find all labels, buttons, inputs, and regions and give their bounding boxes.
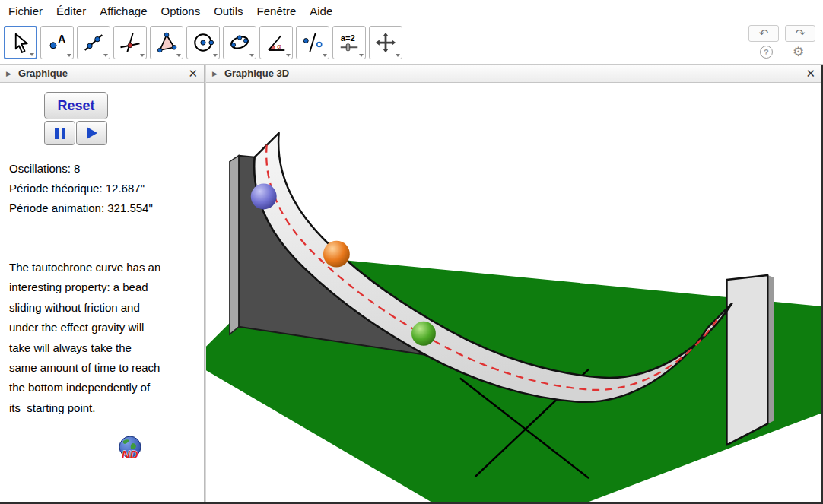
description-line: same amount of time to reach [9, 358, 160, 378]
polygon-icon [155, 31, 178, 54]
menu-item-fichier[interactable]: Fichier [2, 2, 49, 20]
graphique-3d-body [206, 83, 821, 502]
graphique-3d-panel-header: ▶ Graphique 3D ✕ [206, 65, 821, 83]
move-view-icon [374, 31, 397, 54]
tool-move-graphics-view[interactable] [369, 26, 402, 59]
reset-button[interactable]: Reset [44, 92, 108, 119]
dropdown-arrow-icon [140, 54, 145, 57]
tool-polygon[interactable] [150, 26, 183, 59]
dropdown-arrow-icon [286, 54, 291, 57]
description-line: The tautochrone curve has an [9, 258, 160, 277]
dropdown-arrow-icon [213, 54, 218, 57]
tool-slider[interactable]: a=2 [332, 26, 366, 59]
dropdown-arrow-icon [67, 54, 71, 57]
graphique-canvas[interactable]: Reset Oscillations: 8 Période théorique:… [0, 83, 204, 502]
close-graphique-panel-button[interactable]: ✕ [188, 67, 198, 81]
description-line: take will always take the [9, 338, 160, 358]
view-panels: ▶ Graphique ✕ Reset Oscillations: 8 Péri… [0, 65, 823, 504]
perpendicular-line-icon [119, 31, 141, 54]
description-line: its starting point. [9, 398, 160, 418]
simulation-stats: Oscillations: 8 Période théorique: 12.68… [9, 159, 153, 218]
bead-blue[interactable] [251, 184, 277, 210]
close-graphique-3d-panel-button[interactable]: ✕ [806, 67, 815, 81]
theoretical-period-text: Période théorique: 12.687" [9, 179, 153, 198]
help-icon[interactable]: ? [760, 46, 773, 59]
description-line: interesting property: a bead [9, 277, 160, 297]
collapse-arrow-icon[interactable]: ▶ [6, 70, 11, 78]
move-cursor-icon [9, 31, 32, 54]
dropdown-arrow-icon [30, 53, 34, 56]
ramp-side-wall-edge [230, 156, 239, 334]
menu-item-fenetre[interactable]: Fenêtre [250, 2, 303, 20]
svg-text:a=2: a=2 [341, 33, 355, 43]
svg-text:ND: ND [122, 448, 138, 461]
svg-text:A: A [58, 33, 65, 45]
dropdown-arrow-icon [103, 54, 108, 57]
bead-orange[interactable] [323, 241, 350, 268]
point-icon: A [46, 31, 68, 54]
dropdown-arrow-icon [359, 54, 364, 57]
svg-text:α: α [277, 43, 281, 50]
geogebra-window: Fichier Éditer Affichage Options Outils … [0, 0, 823, 504]
graphique-3d-panel-title: Graphique 3D [224, 68, 289, 79]
pause-button[interactable] [44, 121, 75, 145]
play-button[interactable] [76, 121, 107, 145]
slider-icon: a=2 [338, 31, 361, 54]
menu-item-affichage[interactable]: Affichage [93, 2, 154, 20]
play-icon [87, 127, 97, 139]
graphique-panel-header: ▶ Graphique ✕ [0, 65, 204, 83]
tool-line[interactable] [77, 26, 110, 59]
circle-icon [192, 31, 214, 54]
tool-conic[interactable] [223, 26, 256, 59]
line-icon [82, 31, 105, 54]
bead-green[interactable] [412, 322, 436, 346]
undo-button[interactable]: ↶ [748, 25, 779, 42]
description-text: The tautochrone curve has an interesting… [9, 258, 160, 418]
oscillations-text: Oscillations: 8 [9, 159, 153, 179]
redo-button[interactable]: ↷ [785, 25, 815, 42]
description-line: the bottom independently of [9, 378, 160, 398]
right-end-wall [726, 275, 767, 445]
ellipse-icon [228, 31, 251, 54]
description-line: sliding without friction and [9, 298, 160, 318]
toolbar: A [0, 21, 823, 65]
dropdown-arrow-icon [249, 54, 254, 57]
graphique-3d-panel: ▶ Graphique 3D ✕ [206, 65, 823, 502]
menu-item-editer[interactable]: Éditer [49, 2, 93, 20]
graphics-3d-canvas[interactable] [206, 83, 821, 502]
tool-circle[interactable] [186, 26, 220, 59]
nd-globe-logo: ND [116, 434, 145, 463]
menu-item-aide[interactable]: Aide [303, 2, 339, 20]
menu-bar: Fichier Éditer Affichage Options Outils … [0, 0, 823, 21]
tool-move[interactable] [4, 26, 37, 59]
tool-angle[interactable]: α [259, 26, 293, 59]
description-line: under the effect gravity will [9, 318, 160, 338]
angle-icon: α [265, 31, 288, 54]
dropdown-arrow-icon [323, 54, 327, 57]
pause-icon [55, 128, 65, 139]
settings-gear-icon[interactable]: ⚙ [793, 46, 804, 59]
reflect-icon [301, 31, 324, 54]
tool-perpendicular-line[interactable] [113, 26, 147, 59]
menu-item-outils[interactable]: Outils [207, 2, 249, 20]
animation-period-text: Période animation: 321.554" [9, 198, 153, 218]
dropdown-arrow-icon [396, 54, 400, 57]
graphique-panel: ▶ Graphique ✕ Reset Oscillations: 8 Péri… [0, 65, 205, 502]
dropdown-arrow-icon [176, 54, 181, 57]
graphique-panel-title: Graphique [18, 68, 68, 79]
toolbar-right-cluster: ↶ ↷ ? ⚙ [748, 25, 815, 59]
tool-point[interactable]: A [40, 26, 74, 59]
tool-reflect[interactable] [296, 26, 329, 59]
menu-item-options[interactable]: Options [154, 2, 207, 20]
collapse-arrow-icon[interactable]: ▶ [212, 70, 218, 78]
